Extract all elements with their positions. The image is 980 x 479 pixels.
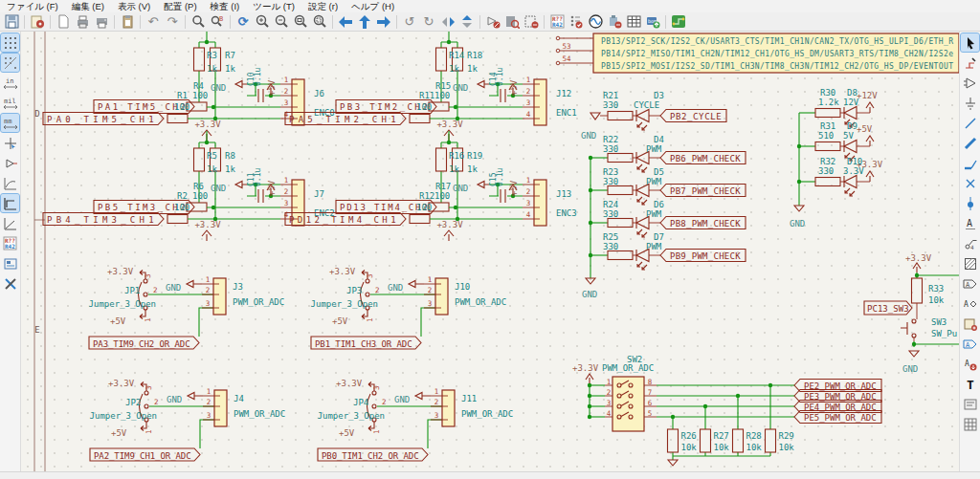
connector[interactable]: 1 2 3 4 J12 ENC1: [523, 76, 577, 125]
add-noconnect-button[interactable]: [961, 174, 979, 192]
menu-place[interactable]: 配置 (P): [157, 0, 203, 12]
nav-back-button[interactable]: [336, 13, 355, 31]
add-label-button[interactable]: A: [961, 214, 979, 232]
global-label[interactable]: PB9_PWM_CHECK: [660, 250, 746, 262]
jumper-circuit[interactable]: +3.3V 3 JP1 Jumper_3_Open 2 1 +5V GND: [89, 267, 285, 349]
undo-button[interactable]: ↶: [144, 13, 163, 31]
redo-button[interactable]: ↷: [163, 13, 182, 31]
menu-view[interactable]: 表示 (V): [111, 0, 157, 12]
hidden-pins-button[interactable]: [1, 154, 19, 172]
connector[interactable]: 1 2 3 J3 PWM_OR_ADC: [202, 275, 284, 315]
global-label[interactable]: PB7_PWM_CHECK: [660, 185, 746, 197]
jumper-circuit[interactable]: +3.3V 3 JP3 Jumper_3_Open 2 1 +5V GND: [311, 267, 507, 349]
nav-up-button[interactable]: [355, 13, 374, 31]
save-button[interactable]: [2, 13, 21, 31]
add-bus-entry-button[interactable]: [961, 154, 979, 172]
mirror-vertical-button[interactable]: [457, 13, 477, 31]
global-label[interactable]: PA0_TIM5_CH1: [43, 113, 164, 125]
schematic-canvas[interactable]: D E 53 54 PB13/SPI2_SCK/I2S2_CK/USART3_C…: [21, 32, 959, 471]
find-replace-button[interactable]: B: [208, 13, 227, 31]
edit-symbol-button[interactable]: [483, 13, 502, 31]
erc-button[interactable]: [567, 13, 586, 31]
mcu-symbol[interactable]: 53 54 PB13/SPI2_SCK/I2S2_CK/USART3_CTS/T…: [556, 33, 959, 73]
global-label[interactable]: PB2_CYCLE: [660, 110, 726, 122]
cycle-led-circuit[interactable]: GND R21 330 D3 CYCLE PB2_CYCLE: [581, 91, 726, 141]
add-junction-button[interactable]: [961, 194, 979, 212]
jumper-circuit[interactable]: +3.3V 3 JP2 Jumper_3_Open 2 1 +5V GND: [90, 379, 286, 461]
add-wire-button[interactable]: [961, 114, 979, 132]
connector[interactable]: 1 2 3 J4 PWM_OR_ADC: [203, 387, 285, 426]
edit-sheet-button[interactable]: [522, 13, 541, 31]
zoom-in-button[interactable]: [253, 13, 272, 31]
jumper-circuit[interactable]: +3.3V 3 JP4 Jumper_3_Open 2 1 +5V GND: [318, 379, 514, 461]
hv-wires-button[interactable]: [1, 194, 19, 212]
hierarchy-navigator-button[interactable]: [1, 254, 19, 272]
dip-switch-circuit[interactable]: SW2 +3.3V PWM_OR_ADC 1 8 PE2_PWM_OR_ADC: [572, 355, 881, 466]
grid-override-button[interactable]: [1, 54, 19, 72]
global-label[interactable]: PA2_TIM9_CH1_OR_ADC: [90, 448, 200, 461]
mirror-horizontal-button[interactable]: [438, 13, 457, 31]
global-label[interactable]: PC13_SW3: [864, 301, 912, 315]
add-power-button[interactable]: [961, 94, 979, 112]
import-hier-pin-button[interactable]: A: [961, 355, 979, 373]
new-sheet-button[interactable]: [54, 13, 73, 31]
nav-forward-button[interactable]: [374, 13, 393, 31]
connector[interactable]: 1 2 3 J10 PWM_OR_ADC: [424, 275, 506, 315]
global-label[interactable]: PB8_PWM_CHECK: [660, 217, 746, 229]
connector[interactable]: 1 2 3 J11 PWM_OR_ADC: [431, 387, 513, 426]
paste-button[interactable]: [118, 13, 137, 31]
highlight-net-button[interactable]: [961, 54, 979, 72]
annotate-button[interactable]: R??R42: [547, 13, 567, 31]
add-table-button[interactable]: [961, 415, 979, 433]
encoder-circuit[interactable]: R14 R18 1k 1k GND R15 C14 0.1u +5V: [285, 32, 577, 141]
add-bus-button[interactable]: [961, 134, 979, 152]
add-hier-label-button[interactable]: A: [961, 294, 979, 313]
select-tool-button[interactable]: [961, 33, 979, 52]
print-button[interactable]: [73, 13, 92, 31]
pcbnew-button[interactable]: [669, 13, 688, 31]
menu-file[interactable]: ファイル (F): [0, 0, 65, 12]
add-global-label-button[interactable]: A: [961, 274, 979, 293]
units-mm-button[interactable]: mm: [1, 114, 19, 132]
menu-help[interactable]: ヘルプ (H): [345, 0, 401, 12]
show-annotations-button[interactable]: R??R42: [1, 234, 19, 252]
units-inch-button[interactable]: in: [1, 74, 19, 92]
cursor-shape-button[interactable]: [1, 134, 19, 152]
global-label[interactable]: PB6_PWM_CHECK: [660, 152, 746, 164]
add-textbox-button[interactable]: [961, 395, 979, 413]
menu-edit[interactable]: 編集 (E): [65, 0, 111, 12]
menu-tools[interactable]: ツール (T): [246, 0, 301, 12]
grid-visibility-button[interactable]: [1, 33, 19, 52]
plot-button[interactable]: [92, 13, 111, 31]
properties-panel-button[interactable]: [1, 274, 19, 293]
free-angle-wires-button[interactable]: [1, 174, 19, 192]
find-button[interactable]: [189, 13, 208, 31]
add-hier-sheet-button[interactable]: [961, 315, 979, 333]
rotate-ccw-button[interactable]: ↺: [400, 13, 419, 31]
bom-button[interactable]: bom: [643, 13, 662, 31]
wires-45-button[interactable]: [1, 214, 19, 232]
menu-inspect[interactable]: 検査 (I): [204, 0, 247, 12]
global-label[interactable]: PB0_TIM1_CH2_OR_ADC: [318, 448, 428, 461]
rotate-cw-button[interactable]: ↻: [419, 13, 438, 31]
units-mil-button[interactable]: mil: [1, 94, 19, 112]
power-led-circuit[interactable]: GND +12V R30 1.2k D8 12V: [790, 88, 883, 229]
global-label[interactable]: PB1_TIM1_CH3_OR_ADC: [311, 337, 421, 349]
refresh-button[interactable]: ⟳: [234, 13, 253, 31]
fields-table-button[interactable]: [624, 13, 643, 31]
menu-preferences[interactable]: 設定 (r): [301, 0, 345, 12]
symbol-library-button[interactable]: [28, 13, 47, 31]
import-sheet-pin-button[interactable]: A: [961, 335, 979, 353]
add-netclass-directive-button[interactable]: 4: [961, 234, 979, 252]
browse-footprints-button[interactable]: [502, 13, 522, 31]
add-rule-area-button[interactable]: [961, 254, 979, 272]
simulator-button[interactable]: [586, 13, 605, 31]
pwm-led-circuit[interactable]: GND R22 330 D4 PWM PB6_PWM_CHECK: [582, 135, 746, 299]
global-label[interactable]: PE5_PWM_OR_ADC: [794, 411, 881, 424]
global-label[interactable]: PA5_TIM2_CH1: [285, 113, 406, 125]
add-text-button[interactable]: T: [961, 375, 979, 393]
global-label[interactable]: PB4_TIM3_CH1: [43, 213, 164, 226]
assign-footprints-button[interactable]: [605, 13, 624, 31]
global-label[interactable]: PA3_TIM9_CH2_OR_ADC: [89, 337, 199, 349]
add-symbol-button[interactable]: [961, 74, 979, 92]
